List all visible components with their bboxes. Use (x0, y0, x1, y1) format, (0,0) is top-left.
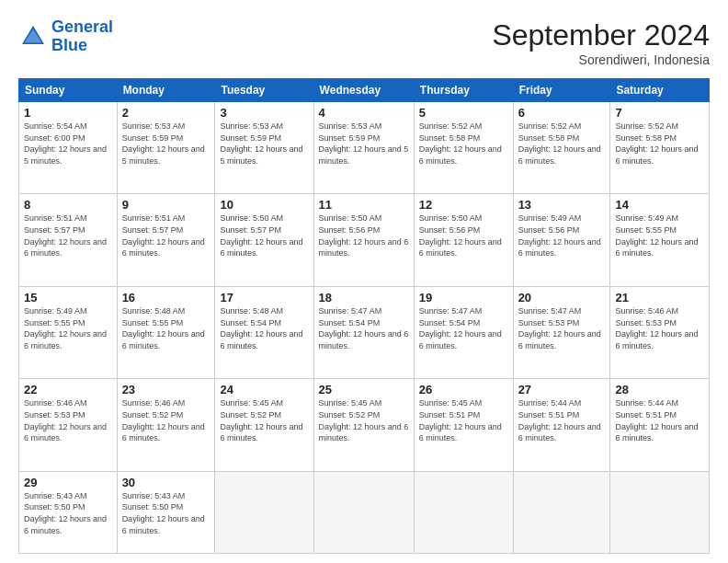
logo-line1: General (51, 17, 113, 36)
day-number: 7 (615, 106, 704, 120)
calendar-cell: 10 Sunrise: 5:50 AM Sunset: 5:57 PM Dayl… (215, 194, 313, 286)
day-number: 26 (419, 383, 508, 396)
logo: General Blue (18, 18, 113, 55)
header-wednesday: Wednesday (313, 79, 414, 102)
calendar-cell: 13 Sunrise: 5:49 AM Sunset: 5:56 PM Dayl… (513, 194, 610, 286)
calendar-cell (313, 471, 414, 553)
day-number: 3 (220, 106, 308, 120)
logo-icon (18, 22, 48, 52)
calendar-table: Sunday Monday Tuesday Wednesday Thursday… (18, 78, 710, 554)
calendar-cell: 8 Sunrise: 5:51 AM Sunset: 5:57 PM Dayli… (19, 194, 118, 286)
header-friday: Friday (513, 79, 610, 102)
page: General Blue September 2024 Sorendiweri,… (0, 0, 728, 563)
day-detail: Sunrise: 5:49 AM Sunset: 5:55 PM Dayligh… (615, 213, 704, 259)
calendar-cell: 12 Sunrise: 5:50 AM Sunset: 5:56 PM Dayl… (414, 194, 513, 286)
calendar-header-row: Sunday Monday Tuesday Wednesday Thursday… (19, 79, 710, 102)
day-number: 4 (319, 106, 409, 120)
day-detail: Sunrise: 5:43 AM Sunset: 5:50 PM Dayligh… (122, 490, 210, 536)
calendar-cell: 1 Sunrise: 5:54 AM Sunset: 6:00 PM Dayli… (19, 102, 118, 194)
calendar-cell: 17 Sunrise: 5:48 AM Sunset: 5:54 PM Dayl… (215, 286, 313, 378)
day-number: 18 (319, 291, 409, 304)
day-number: 20 (518, 291, 606, 304)
calendar-cell: 4 Sunrise: 5:53 AM Sunset: 5:59 PM Dayli… (313, 102, 414, 194)
day-number: 23 (122, 383, 210, 396)
calendar-cell: 6 Sunrise: 5:52 AM Sunset: 5:58 PM Dayli… (513, 102, 610, 194)
day-detail: Sunrise: 5:47 AM Sunset: 5:53 PM Dayligh… (518, 305, 606, 351)
calendar-cell: 21 Sunrise: 5:46 AM Sunset: 5:53 PM Dayl… (610, 286, 710, 378)
day-detail: Sunrise: 5:47 AM Sunset: 5:54 PM Dayligh… (319, 305, 409, 351)
day-number: 22 (24, 383, 112, 396)
day-detail: Sunrise: 5:47 AM Sunset: 5:54 PM Dayligh… (419, 305, 508, 351)
day-detail: Sunrise: 5:54 AM Sunset: 6:00 PM Dayligh… (24, 121, 112, 167)
day-number: 9 (122, 198, 210, 212)
day-number: 25 (319, 383, 409, 396)
day-number: 5 (419, 106, 508, 120)
day-number: 8 (24, 198, 112, 212)
day-detail: Sunrise: 5:50 AM Sunset: 5:56 PM Dayligh… (319, 213, 409, 259)
day-detail: Sunrise: 5:53 AM Sunset: 5:59 PM Dayligh… (319, 121, 409, 167)
calendar-body: 1 Sunrise: 5:54 AM Sunset: 6:00 PM Dayli… (19, 102, 710, 554)
logo-line2: Blue (51, 36, 87, 54)
calendar-cell: 23 Sunrise: 5:46 AM Sunset: 5:52 PM Dayl… (117, 379, 215, 471)
day-number: 1 (24, 106, 112, 120)
logo-text: General Blue (51, 18, 113, 55)
calendar-cell: 5 Sunrise: 5:52 AM Sunset: 5:58 PM Dayli… (414, 102, 513, 194)
calendar-cell (414, 471, 513, 553)
day-detail: Sunrise: 5:45 AM Sunset: 5:52 PM Dayligh… (319, 397, 409, 443)
calendar-cell: 7 Sunrise: 5:52 AM Sunset: 5:58 PM Dayli… (610, 102, 710, 194)
calendar-cell: 2 Sunrise: 5:53 AM Sunset: 5:59 PM Dayli… (117, 102, 215, 194)
day-number: 2 (122, 106, 210, 120)
calendar-cell: 22 Sunrise: 5:46 AM Sunset: 5:53 PM Dayl… (19, 379, 118, 471)
calendar-cell: 14 Sunrise: 5:49 AM Sunset: 5:55 PM Dayl… (610, 194, 710, 286)
location: Sorendiweri, Indonesia (492, 52, 710, 67)
day-detail: Sunrise: 5:49 AM Sunset: 5:55 PM Dayligh… (24, 305, 112, 351)
day-number: 28 (615, 383, 704, 396)
day-detail: Sunrise: 5:51 AM Sunset: 5:57 PM Dayligh… (122, 213, 210, 259)
header-tuesday: Tuesday (215, 79, 313, 102)
day-number: 6 (518, 106, 606, 120)
header: General Blue September 2024 Sorendiweri,… (18, 18, 710, 67)
calendar-cell: 16 Sunrise: 5:48 AM Sunset: 5:55 PM Dayl… (117, 286, 215, 378)
day-number: 12 (419, 198, 508, 212)
calendar-cell: 24 Sunrise: 5:45 AM Sunset: 5:52 PM Dayl… (215, 379, 313, 471)
day-detail: Sunrise: 5:53 AM Sunset: 5:59 PM Dayligh… (122, 121, 210, 167)
month-year: September 2024 (492, 18, 710, 52)
header-thursday: Thursday (414, 79, 513, 102)
calendar-cell: 11 Sunrise: 5:50 AM Sunset: 5:56 PM Dayl… (313, 194, 414, 286)
day-number: 10 (220, 198, 308, 212)
day-detail: Sunrise: 5:53 AM Sunset: 5:59 PM Dayligh… (220, 121, 308, 167)
day-number: 16 (122, 291, 210, 304)
day-detail: Sunrise: 5:46 AM Sunset: 5:53 PM Dayligh… (24, 397, 112, 443)
calendar-cell (513, 471, 610, 553)
day-number: 11 (319, 198, 409, 212)
calendar-cell: 30 Sunrise: 5:43 AM Sunset: 5:50 PM Dayl… (117, 471, 215, 553)
day-detail: Sunrise: 5:46 AM Sunset: 5:53 PM Dayligh… (615, 305, 704, 351)
day-detail: Sunrise: 5:45 AM Sunset: 5:52 PM Dayligh… (220, 397, 308, 443)
day-detail: Sunrise: 5:48 AM Sunset: 5:55 PM Dayligh… (122, 305, 210, 351)
day-detail: Sunrise: 5:48 AM Sunset: 5:54 PM Dayligh… (220, 305, 308, 351)
header-sunday: Sunday (19, 79, 118, 102)
day-number: 27 (518, 383, 606, 396)
day-number: 14 (615, 198, 704, 212)
title-block: September 2024 Sorendiweri, Indonesia (492, 18, 710, 67)
calendar-week-4: 29 Sunrise: 5:43 AM Sunset: 5:50 PM Dayl… (19, 471, 710, 553)
day-number: 29 (24, 476, 112, 489)
day-number: 15 (24, 291, 112, 304)
calendar-cell: 29 Sunrise: 5:43 AM Sunset: 5:50 PM Dayl… (19, 471, 118, 553)
day-detail: Sunrise: 5:44 AM Sunset: 5:51 PM Dayligh… (518, 397, 606, 443)
day-number: 24 (220, 383, 308, 396)
calendar-cell: 27 Sunrise: 5:44 AM Sunset: 5:51 PM Dayl… (513, 379, 610, 471)
calendar-cell: 20 Sunrise: 5:47 AM Sunset: 5:53 PM Dayl… (513, 286, 610, 378)
day-detail: Sunrise: 5:44 AM Sunset: 5:51 PM Dayligh… (615, 397, 704, 443)
header-saturday: Saturday (610, 79, 710, 102)
calendar-cell (215, 471, 313, 553)
calendar-cell: 9 Sunrise: 5:51 AM Sunset: 5:57 PM Dayli… (117, 194, 215, 286)
calendar-week-2: 15 Sunrise: 5:49 AM Sunset: 5:55 PM Dayl… (19, 286, 710, 378)
calendar-week-0: 1 Sunrise: 5:54 AM Sunset: 6:00 PM Dayli… (19, 102, 710, 194)
calendar-week-1: 8 Sunrise: 5:51 AM Sunset: 5:57 PM Dayli… (19, 194, 710, 286)
header-monday: Monday (117, 79, 215, 102)
day-number: 21 (615, 291, 704, 304)
day-detail: Sunrise: 5:46 AM Sunset: 5:52 PM Dayligh… (122, 397, 210, 443)
calendar-week-3: 22 Sunrise: 5:46 AM Sunset: 5:53 PM Dayl… (19, 379, 710, 471)
calendar-cell: 18 Sunrise: 5:47 AM Sunset: 5:54 PM Dayl… (313, 286, 414, 378)
